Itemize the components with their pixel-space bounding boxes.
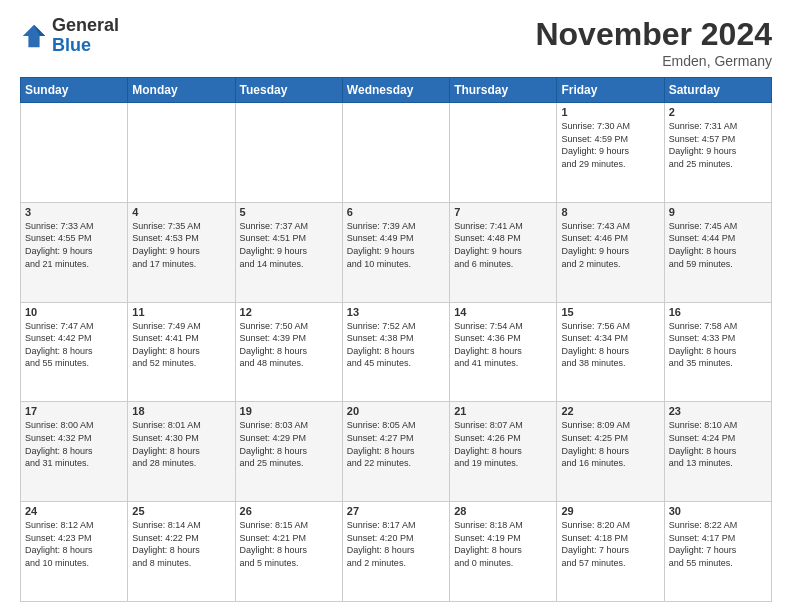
day-cell-2-5: 15Sunrise: 7:56 AM Sunset: 4:34 PM Dayli… — [557, 302, 664, 402]
logo-blue: Blue — [52, 36, 119, 56]
day-info-8: Sunrise: 7:43 AM Sunset: 4:46 PM Dayligh… — [561, 220, 659, 270]
day-info-14: Sunrise: 7:54 AM Sunset: 4:36 PM Dayligh… — [454, 320, 552, 370]
day-number-12: 12 — [240, 306, 338, 318]
day-cell-3-0: 17Sunrise: 8:00 AM Sunset: 4:32 PM Dayli… — [21, 402, 128, 502]
day-cell-4-3: 27Sunrise: 8:17 AM Sunset: 4:20 PM Dayli… — [342, 502, 449, 602]
day-cell-2-2: 12Sunrise: 7:50 AM Sunset: 4:39 PM Dayli… — [235, 302, 342, 402]
day-number-16: 16 — [669, 306, 767, 318]
header: General Blue November 2024 Emden, German… — [20, 16, 772, 69]
page: General Blue November 2024 Emden, German… — [0, 0, 792, 612]
day-cell-1-2: 5Sunrise: 7:37 AM Sunset: 4:51 PM Daylig… — [235, 202, 342, 302]
day-info-13: Sunrise: 7:52 AM Sunset: 4:38 PM Dayligh… — [347, 320, 445, 370]
day-cell-0-4 — [450, 103, 557, 203]
day-cell-4-2: 26Sunrise: 8:15 AM Sunset: 4:21 PM Dayli… — [235, 502, 342, 602]
day-number-11: 11 — [132, 306, 230, 318]
day-number-28: 28 — [454, 505, 552, 517]
col-saturday: Saturday — [664, 78, 771, 103]
day-info-7: Sunrise: 7:41 AM Sunset: 4:48 PM Dayligh… — [454, 220, 552, 270]
day-cell-3-5: 22Sunrise: 8:09 AM Sunset: 4:25 PM Dayli… — [557, 402, 664, 502]
col-friday: Friday — [557, 78, 664, 103]
day-cell-2-3: 13Sunrise: 7:52 AM Sunset: 4:38 PM Dayli… — [342, 302, 449, 402]
day-cell-0-0 — [21, 103, 128, 203]
logo-text: General Blue — [52, 16, 119, 56]
day-info-1: Sunrise: 7:30 AM Sunset: 4:59 PM Dayligh… — [561, 120, 659, 170]
day-cell-0-5: 1Sunrise: 7:30 AM Sunset: 4:59 PM Daylig… — [557, 103, 664, 203]
day-number-8: 8 — [561, 206, 659, 218]
day-number-1: 1 — [561, 106, 659, 118]
day-number-23: 23 — [669, 405, 767, 417]
day-number-26: 26 — [240, 505, 338, 517]
day-info-28: Sunrise: 8:18 AM Sunset: 4:19 PM Dayligh… — [454, 519, 552, 569]
col-monday: Monday — [128, 78, 235, 103]
day-cell-0-3 — [342, 103, 449, 203]
week-row-2: 3Sunrise: 7:33 AM Sunset: 4:55 PM Daylig… — [21, 202, 772, 302]
day-info-26: Sunrise: 8:15 AM Sunset: 4:21 PM Dayligh… — [240, 519, 338, 569]
day-cell-1-6: 9Sunrise: 7:45 AM Sunset: 4:44 PM Daylig… — [664, 202, 771, 302]
day-cell-1-3: 6Sunrise: 7:39 AM Sunset: 4:49 PM Daylig… — [342, 202, 449, 302]
calendar-body: 1Sunrise: 7:30 AM Sunset: 4:59 PM Daylig… — [21, 103, 772, 602]
day-number-2: 2 — [669, 106, 767, 118]
day-number-10: 10 — [25, 306, 123, 318]
week-row-1: 1Sunrise: 7:30 AM Sunset: 4:59 PM Daylig… — [21, 103, 772, 203]
day-info-24: Sunrise: 8:12 AM Sunset: 4:23 PM Dayligh… — [25, 519, 123, 569]
day-cell-2-0: 10Sunrise: 7:47 AM Sunset: 4:42 PM Dayli… — [21, 302, 128, 402]
week-row-4: 17Sunrise: 8:00 AM Sunset: 4:32 PM Dayli… — [21, 402, 772, 502]
day-info-18: Sunrise: 8:01 AM Sunset: 4:30 PM Dayligh… — [132, 419, 230, 469]
day-info-30: Sunrise: 8:22 AM Sunset: 4:17 PM Dayligh… — [669, 519, 767, 569]
week-row-3: 10Sunrise: 7:47 AM Sunset: 4:42 PM Dayli… — [21, 302, 772, 402]
header-row: Sunday Monday Tuesday Wednesday Thursday… — [21, 78, 772, 103]
day-info-9: Sunrise: 7:45 AM Sunset: 4:44 PM Dayligh… — [669, 220, 767, 270]
day-info-11: Sunrise: 7:49 AM Sunset: 4:41 PM Dayligh… — [132, 320, 230, 370]
day-cell-2-6: 16Sunrise: 7:58 AM Sunset: 4:33 PM Dayli… — [664, 302, 771, 402]
day-info-21: Sunrise: 8:07 AM Sunset: 4:26 PM Dayligh… — [454, 419, 552, 469]
day-number-15: 15 — [561, 306, 659, 318]
col-sunday: Sunday — [21, 78, 128, 103]
day-cell-0-2 — [235, 103, 342, 203]
day-number-30: 30 — [669, 505, 767, 517]
day-cell-1-1: 4Sunrise: 7:35 AM Sunset: 4:53 PM Daylig… — [128, 202, 235, 302]
col-thursday: Thursday — [450, 78, 557, 103]
day-info-4: Sunrise: 7:35 AM Sunset: 4:53 PM Dayligh… — [132, 220, 230, 270]
day-cell-4-5: 29Sunrise: 8:20 AM Sunset: 4:18 PM Dayli… — [557, 502, 664, 602]
day-number-24: 24 — [25, 505, 123, 517]
day-cell-3-3: 20Sunrise: 8:05 AM Sunset: 4:27 PM Dayli… — [342, 402, 449, 502]
day-number-4: 4 — [132, 206, 230, 218]
day-number-9: 9 — [669, 206, 767, 218]
day-info-3: Sunrise: 7:33 AM Sunset: 4:55 PM Dayligh… — [25, 220, 123, 270]
day-number-17: 17 — [25, 405, 123, 417]
day-number-6: 6 — [347, 206, 445, 218]
week-row-5: 24Sunrise: 8:12 AM Sunset: 4:23 PM Dayli… — [21, 502, 772, 602]
day-cell-3-2: 19Sunrise: 8:03 AM Sunset: 4:29 PM Dayli… — [235, 402, 342, 502]
day-info-29: Sunrise: 8:20 AM Sunset: 4:18 PM Dayligh… — [561, 519, 659, 569]
day-cell-3-4: 21Sunrise: 8:07 AM Sunset: 4:26 PM Dayli… — [450, 402, 557, 502]
title-block: November 2024 Emden, Germany — [535, 16, 772, 69]
day-info-23: Sunrise: 8:10 AM Sunset: 4:24 PM Dayligh… — [669, 419, 767, 469]
day-number-22: 22 — [561, 405, 659, 417]
day-info-19: Sunrise: 8:03 AM Sunset: 4:29 PM Dayligh… — [240, 419, 338, 469]
day-info-25: Sunrise: 8:14 AM Sunset: 4:22 PM Dayligh… — [132, 519, 230, 569]
day-number-19: 19 — [240, 405, 338, 417]
day-cell-4-1: 25Sunrise: 8:14 AM Sunset: 4:22 PM Dayli… — [128, 502, 235, 602]
day-info-22: Sunrise: 8:09 AM Sunset: 4:25 PM Dayligh… — [561, 419, 659, 469]
day-cell-4-4: 28Sunrise: 8:18 AM Sunset: 4:19 PM Dayli… — [450, 502, 557, 602]
day-cell-1-4: 7Sunrise: 7:41 AM Sunset: 4:48 PM Daylig… — [450, 202, 557, 302]
day-cell-2-1: 11Sunrise: 7:49 AM Sunset: 4:41 PM Dayli… — [128, 302, 235, 402]
day-info-17: Sunrise: 8:00 AM Sunset: 4:32 PM Dayligh… — [25, 419, 123, 469]
day-info-20: Sunrise: 8:05 AM Sunset: 4:27 PM Dayligh… — [347, 419, 445, 469]
day-cell-0-6: 2Sunrise: 7:31 AM Sunset: 4:57 PM Daylig… — [664, 103, 771, 203]
day-info-2: Sunrise: 7:31 AM Sunset: 4:57 PM Dayligh… — [669, 120, 767, 170]
day-cell-0-1 — [128, 103, 235, 203]
day-number-14: 14 — [454, 306, 552, 318]
day-cell-1-5: 8Sunrise: 7:43 AM Sunset: 4:46 PM Daylig… — [557, 202, 664, 302]
col-wednesday: Wednesday — [342, 78, 449, 103]
day-info-16: Sunrise: 7:58 AM Sunset: 4:33 PM Dayligh… — [669, 320, 767, 370]
logo: General Blue — [20, 16, 119, 56]
day-cell-1-0: 3Sunrise: 7:33 AM Sunset: 4:55 PM Daylig… — [21, 202, 128, 302]
calendar-table: Sunday Monday Tuesday Wednesday Thursday… — [20, 77, 772, 602]
subtitle: Emden, Germany — [535, 53, 772, 69]
day-info-27: Sunrise: 8:17 AM Sunset: 4:20 PM Dayligh… — [347, 519, 445, 569]
day-info-5: Sunrise: 7:37 AM Sunset: 4:51 PM Dayligh… — [240, 220, 338, 270]
day-cell-4-6: 30Sunrise: 8:22 AM Sunset: 4:17 PM Dayli… — [664, 502, 771, 602]
day-cell-2-4: 14Sunrise: 7:54 AM Sunset: 4:36 PM Dayli… — [450, 302, 557, 402]
day-info-6: Sunrise: 7:39 AM Sunset: 4:49 PM Dayligh… — [347, 220, 445, 270]
